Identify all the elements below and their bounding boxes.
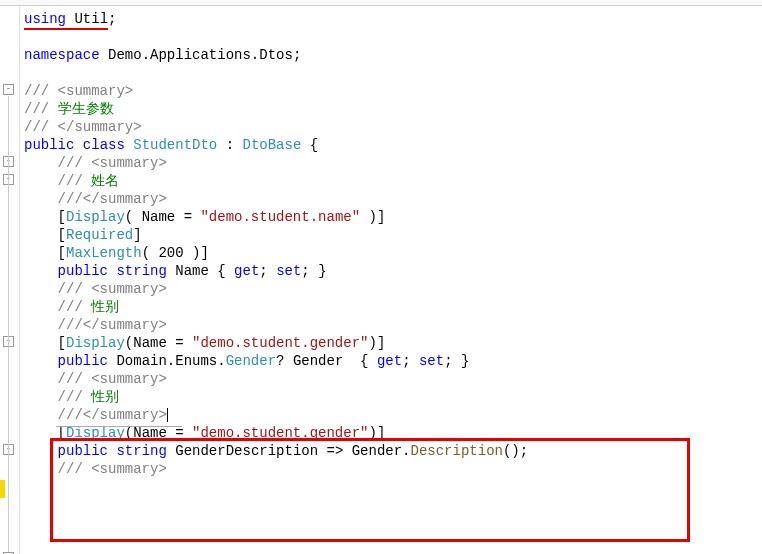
text-cursor <box>167 408 168 422</box>
code-line: [Display(Name = "demo.student.gender")] <box>20 334 762 352</box>
code-line: public Domain.Enums.Gender? Gender { get… <box>20 352 762 370</box>
code-line: [Display(Name = "demo.student.gender")] <box>20 424 762 442</box>
code-line: ///</summary> <box>20 406 762 424</box>
code-line: ///</summary> <box>20 190 762 208</box>
code-line <box>20 28 762 46</box>
code-line: /// 姓名 <box>20 172 762 190</box>
code-area[interactable]: using Util; namespace Demo.Applications.… <box>20 6 762 554</box>
code-line: /// <summary> <box>20 154 762 172</box>
code-line: /// </summary> <box>20 118 762 136</box>
code-line: public class StudentDto : DtoBase { <box>20 136 762 154</box>
code-line: [Display( Name = "demo.student.name" )] <box>20 208 762 226</box>
code-line: /// <summary> <box>20 460 762 478</box>
change-marker <box>0 480 5 498</box>
code-line: [MaxLength( 200 )] <box>20 244 762 262</box>
code-line: /// <summary> <box>20 280 762 298</box>
code-line: namespace Demo.Applications.Dtos; <box>20 46 762 64</box>
code-line <box>20 64 762 82</box>
fold-guide <box>8 96 9 552</box>
code-editor: - - - - - - using Util; namespace Demo.A… <box>0 6 762 554</box>
code-line: [Required] <box>20 226 762 244</box>
gutter: - - - - - - <box>0 6 20 554</box>
code-line: using Util; <box>20 10 762 28</box>
code-line: /// <summary> <box>20 82 762 100</box>
code-line: /// 性别 <box>20 298 762 316</box>
code-line: /// <summary> <box>20 370 762 388</box>
code-line: /// 学生参数 <box>20 100 762 118</box>
code-line: public string Name { get; set; } <box>20 262 762 280</box>
code-line: /// 性别 <box>20 388 762 406</box>
code-line: public string GenderDescription => Gende… <box>20 442 762 460</box>
code-line: ///</summary> <box>20 316 762 334</box>
fold-toggle[interactable]: - <box>3 84 14 95</box>
